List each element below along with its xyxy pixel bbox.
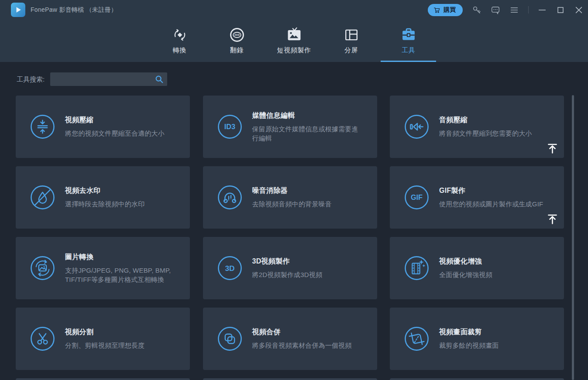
tool-text: 視頻去水印 選擇時段去除視頻中的水印 xyxy=(65,186,157,209)
svg-text:GIF: GIF xyxy=(411,193,423,201)
scissors-icon xyxy=(30,326,55,351)
app-title: FonePaw 影音轉檔 （未註冊） xyxy=(31,0,117,20)
tool-text: 3D視頻製作 將2D視頻製作成3D視頻 xyxy=(252,257,335,279)
tool-description: 分割、剪輯視頻至理想長度 xyxy=(65,341,144,350)
tool-text: 視頻優化增強 全面優化增強視頻 xyxy=(439,257,505,279)
vertical-scrollbar[interactable] xyxy=(572,95,574,380)
titlebar: FonePaw 影音轉檔 （未註冊） 購買 xyxy=(0,0,588,20)
tool-text: 視頻分割 分割、剪輯視頻至理想長度 xyxy=(65,328,157,350)
titlebar-actions: 購買 xyxy=(428,0,584,20)
tool-description: 裁剪多餘的視頻畫面 xyxy=(439,341,499,350)
play-icon xyxy=(14,6,22,14)
tool-description: 支持JPG/JPEG, PNG, WEBP, BMP, TIF/TIFF等多種圖… xyxy=(65,266,178,284)
tool-card-video-split[interactable]: 視頻分割 分割、剪輯視頻至理想長度 xyxy=(16,308,190,370)
svg-text:ID3: ID3 xyxy=(224,123,235,130)
tool-card-partial[interactable] xyxy=(390,378,564,380)
tool-title: 圖片轉換 xyxy=(65,253,178,262)
tool-description: 去除視頻音頻中的背景噪音 xyxy=(252,199,332,209)
tool-card-partial[interactable] xyxy=(16,378,190,380)
tool-description: 全面優化增強視頻 xyxy=(439,270,492,279)
tool-card-video-merge[interactable]: 視頻合併 將多段音視頻素材合併為一個視頻 xyxy=(203,308,377,370)
gif-icon: GIF xyxy=(404,185,429,210)
compress-icon xyxy=(30,114,55,139)
audio-compress-icon xyxy=(404,114,429,139)
tool-card-noise-remover[interactable]: 噪音消除器 去除視頻音頻中的背景噪音 xyxy=(203,166,377,229)
tool-card-partial[interactable] xyxy=(203,378,377,380)
tab-short-video[interactable]: 短視頻製作 xyxy=(265,20,323,62)
tool-title: 媒體信息編輯 xyxy=(252,111,365,120)
tab-label: 翻錄 xyxy=(230,46,244,55)
register-key-icon[interactable] xyxy=(472,5,481,15)
tools-grid: 視頻壓縮 將您的視頻文件壓縮至合適的大小 ID3 媒體信息編輯 保留原始文件媒體… xyxy=(16,96,564,380)
tool-title: 音頻壓縮 xyxy=(439,116,532,125)
tool-description: 將音頻文件壓縮到您需要的大小 xyxy=(439,129,532,138)
svg-text:3D: 3D xyxy=(225,264,234,273)
tool-description: 選擇時段去除視頻中的水印 xyxy=(65,199,144,209)
tool-card-gif-maker[interactable]: GIF GIF製作 使用您的視頻或圖片製作或生成GIF xyxy=(390,166,564,229)
tool-text: 噪音消除器 去除視頻音頻中的背景噪音 xyxy=(252,186,344,209)
search-input[interactable] xyxy=(50,72,155,86)
tool-text: 視頻畫面裁剪 裁剪多餘的視頻畫面 xyxy=(439,328,511,350)
id3-icon: ID3 xyxy=(217,114,242,139)
tool-title: 視頻去水印 xyxy=(65,186,144,195)
tool-title: 噪音消除器 xyxy=(252,186,332,195)
buy-button-label: 購買 xyxy=(444,6,456,14)
split-screen-icon xyxy=(343,26,360,44)
convert-icon xyxy=(171,26,189,44)
scroll-to-top-icon[interactable] xyxy=(547,213,558,225)
tab-convert[interactable]: 轉換 xyxy=(151,20,208,62)
minimize-button[interactable] xyxy=(537,5,547,15)
tab-rip[interactable]: DVD 翻錄 xyxy=(208,20,265,62)
svg-text:DVD: DVD xyxy=(234,34,239,36)
close-button[interactable] xyxy=(574,5,584,15)
scroll-to-top-icon[interactable] xyxy=(547,143,558,154)
feedback-icon[interactable] xyxy=(491,5,500,15)
tool-card-video-enhance[interactable]: 視頻優化增強 全面優化增強視頻 xyxy=(390,237,564,299)
tool-card-3d-video[interactable]: 3D 3D視頻製作 將2D視頻製作成3D視頻 xyxy=(203,237,377,299)
merge-icon xyxy=(217,326,242,351)
tab-label: 短視頻製作 xyxy=(277,46,311,55)
tab-split-screen[interactable]: 分屏 xyxy=(323,20,380,62)
crop-icon xyxy=(404,326,429,351)
noise-remover-icon xyxy=(217,185,242,210)
tool-text: 圖片轉換 支持JPG/JPEG, PNG, WEBP, BMP, TIF/TIF… xyxy=(65,253,190,284)
tool-description: 使用您的視頻或圖片製作或生成GIF xyxy=(439,199,543,209)
tab-toolbox[interactable]: 工具 xyxy=(380,20,437,62)
tool-card-media-info-edit[interactable]: ID3 媒體信息編輯 保留原始文件媒體信息或根據需要進行編輯 xyxy=(203,96,377,158)
tab-label: 工具 xyxy=(402,46,415,55)
titlebar-divider xyxy=(528,6,529,14)
tool-card-video-compress[interactable]: 視頻壓縮 將您的視頻文件壓縮至合適的大小 xyxy=(16,96,190,158)
app-logo xyxy=(11,3,25,17)
cart-icon xyxy=(433,6,441,14)
tool-title: 視頻優化增強 xyxy=(439,257,492,266)
tool-text: 視頻合併 將多段音視頻素材合併為一個視頻 xyxy=(252,328,364,350)
tool-text: GIF製作 使用您的視頻或圖片製作或生成GIF xyxy=(439,186,555,209)
tool-text: 音頻壓縮 將音頻文件壓縮到您需要的大小 xyxy=(439,116,544,138)
tool-description: 將2D視頻製作成3D視頻 xyxy=(252,270,323,279)
tab-label: 轉換 xyxy=(173,46,186,55)
tool-description: 將多段音視頻素材合併為一個視頻 xyxy=(252,341,352,350)
tool-title: 視頻分割 xyxy=(65,328,144,337)
buy-button[interactable]: 購買 xyxy=(428,4,463,16)
tool-title: 3D視頻製作 xyxy=(252,257,323,266)
enhance-icon xyxy=(404,256,429,281)
3d-icon: 3D xyxy=(217,256,242,281)
tool-card-image-convert[interactable]: 圖片轉換 支持JPG/JPEG, PNG, WEBP, BMP, TIF/TIF… xyxy=(16,237,190,299)
tool-text: 媒體信息編輯 保留原始文件媒體信息或根據需要進行編輯 xyxy=(252,111,377,143)
maximize-button[interactable] xyxy=(556,5,565,15)
tool-description: 將您的視頻文件壓縮至合適的大小 xyxy=(65,129,165,138)
nav-tabs: 轉換 DVD 翻錄 短視頻製作 分屏 工具 xyxy=(0,20,588,62)
tool-card-audio-compress[interactable]: 音頻壓縮 將音頻文件壓縮到您需要的大小 xyxy=(390,96,564,158)
tool-text: 視頻壓縮 將您的視頻文件壓縮至合適的大小 xyxy=(65,116,177,138)
tool-title: GIF製作 xyxy=(439,186,543,195)
search-label: 工具搜索: xyxy=(17,75,45,84)
search-box xyxy=(50,72,167,86)
image-convert-icon xyxy=(30,256,55,281)
search-icon[interactable] xyxy=(155,75,164,84)
tool-title: 視頻壓縮 xyxy=(65,116,165,125)
menu-icon[interactable] xyxy=(509,5,519,15)
tool-description: 保留原始文件媒體信息或根據需要進行編輯 xyxy=(252,124,365,143)
tool-card-video-crop[interactable]: 視頻畫面裁剪 裁剪多餘的視頻畫面 xyxy=(390,308,564,370)
dvd-icon: DVD xyxy=(228,26,246,44)
tool-card-watermark-remove[interactable]: 視頻去水印 選擇時段去除視頻中的水印 xyxy=(16,166,190,229)
